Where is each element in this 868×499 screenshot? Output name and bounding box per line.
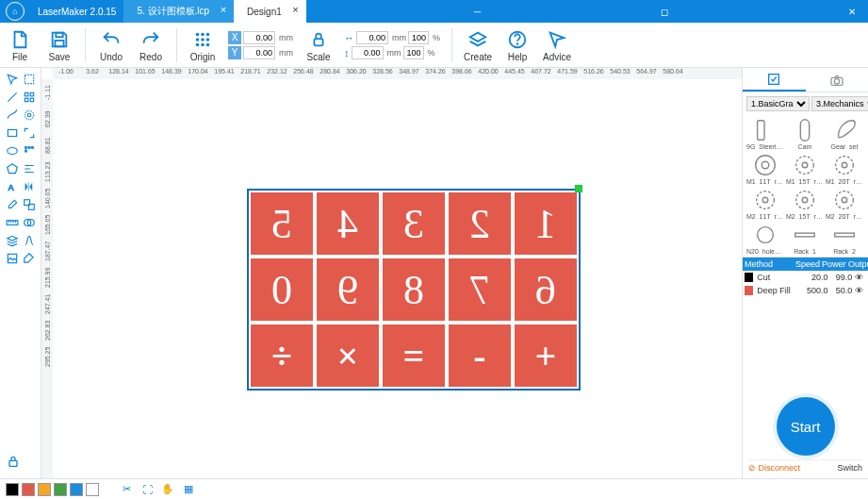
library-item[interactable]: 9G_Steering... (746, 117, 784, 150)
expand-icon[interactable] (22, 125, 37, 141)
grid-icon[interactable] (22, 90, 37, 105)
pen-icon[interactable] (22, 251, 37, 266)
library-item[interactable]: M2_15T_rou... (786, 187, 824, 220)
lock-icon[interactable] (6, 454, 21, 469)
library-tab[interactable] (743, 68, 806, 91)
line-icon[interactable] (5, 90, 20, 105)
camera-tab[interactable] (806, 68, 869, 91)
eraser-icon[interactable] (5, 197, 20, 212)
rect-icon[interactable] (5, 125, 20, 141)
tile[interactable]: 3 (383, 192, 445, 255)
library-item[interactable]: M2_11T_rou... (746, 187, 784, 220)
color-swatch[interactable] (54, 483, 67, 496)
save-button[interactable]: Save (45, 28, 74, 62)
crop-icon[interactable]: ✂ (118, 481, 135, 498)
minimize-button[interactable]: ─ (462, 0, 494, 23)
disconnect-button[interactable]: ⊘ Disconnect (748, 463, 800, 473)
group-icon[interactable] (22, 197, 37, 212)
undo-button[interactable]: Undo (97, 28, 125, 62)
select-icon[interactable] (5, 72, 20, 87)
mirror-icon[interactable] (22, 179, 37, 194)
zoom-fit-icon[interactable]: ⛶ (139, 481, 156, 498)
marquee-icon[interactable] (22, 72, 37, 87)
category-2-select[interactable]: 3.Mechanics (811, 96, 868, 111)
tile[interactable]: 1 (515, 192, 577, 255)
svg-point-22 (7, 148, 17, 155)
polygon-icon[interactable] (5, 161, 20, 176)
image-icon[interactable] (5, 251, 20, 266)
y-input[interactable] (243, 46, 275, 59)
library-item[interactable]: M1_15T_rou... (786, 152, 824, 185)
switch-button[interactable]: Switch (837, 463, 862, 473)
layer-row[interactable]: Deep Fill500.050.0👁 (743, 284, 868, 297)
tile[interactable]: 7 (449, 258, 511, 321)
tile[interactable]: ÷ (251, 324, 313, 387)
tile[interactable]: 0 (251, 258, 313, 321)
maximize-button[interactable]: ◻ (648, 0, 680, 23)
tab-template[interactable]: 5. 设计图模板.lcp × (123, 0, 234, 23)
target-icon[interactable] (22, 108, 37, 123)
tile[interactable]: 5 (251, 192, 313, 255)
color-swatch[interactable] (86, 483, 99, 496)
trace-icon[interactable] (22, 233, 37, 248)
canvas-area[interactable]: -1.063.62128.14101.65148.39170.04195.412… (41, 68, 742, 478)
redo-button[interactable]: Redo (137, 28, 165, 62)
tile[interactable]: 8 (383, 258, 445, 321)
origin-button[interactable]: Origin (188, 28, 217, 62)
tile[interactable]: 2 (449, 192, 511, 255)
align-icon[interactable] (22, 161, 37, 176)
advice-button[interactable]: Advice (543, 28, 571, 62)
number-grid[interactable]: 5432109876÷×=-+ (247, 189, 581, 391)
library-item[interactable]: N20_hole_p... (746, 222, 784, 255)
svg-point-7 (206, 38, 210, 42)
left-toolstrip: A (0, 68, 41, 478)
tile[interactable]: - (449, 324, 511, 387)
selection-handle[interactable] (575, 185, 582, 192)
tile[interactable]: 4 (317, 192, 379, 255)
tile[interactable]: + (515, 324, 577, 387)
library-item[interactable]: Rack_2 (826, 222, 863, 255)
color-swatch[interactable] (6, 483, 19, 496)
hand-icon[interactable]: ✋ (159, 481, 176, 498)
library-item[interactable]: Gear_set (826, 117, 863, 150)
tile[interactable]: 6 (515, 258, 577, 321)
ruler-icon[interactable] (5, 215, 20, 230)
layers-icon[interactable] (5, 233, 20, 248)
svg-point-38 (834, 78, 839, 83)
create-button[interactable]: Create (464, 28, 492, 62)
tab-design1[interactable]: Design1 × (234, 0, 306, 23)
combine-icon[interactable] (22, 215, 37, 230)
color-swatch[interactable] (70, 483, 83, 496)
close-icon[interactable]: × (221, 4, 226, 15)
hp-input[interactable] (403, 46, 424, 59)
grid-toggle-icon[interactable]: ▦ (180, 481, 197, 498)
tile[interactable]: 9 (317, 258, 379, 321)
wp-input[interactable] (408, 31, 429, 44)
library-item[interactable]: M1_20T_rou... (826, 152, 863, 185)
bottom-bar: ✂ ⛶ ✋ ▦ (0, 478, 868, 499)
array-icon[interactable] (22, 143, 37, 158)
horizontal-ruler: -1.063.62128.14101.65148.39170.04195.412… (53, 68, 742, 79)
text-icon[interactable]: A (5, 179, 20, 194)
tile[interactable]: × (317, 324, 379, 387)
category-1-select[interactable]: 1.BasicGra (746, 96, 810, 111)
close-button[interactable]: ✕ (836, 0, 868, 23)
tile[interactable]: = (383, 324, 445, 387)
library-item[interactable]: M1_11T_rou... (746, 152, 784, 185)
file-button[interactable]: File (6, 28, 34, 62)
color-swatch[interactable] (38, 483, 51, 496)
layer-row[interactable]: Cut20.099.0👁 (743, 271, 868, 284)
help-button[interactable]: Help (503, 28, 532, 62)
library-item[interactable]: M2_20T_rou... (826, 187, 863, 220)
h-input[interactable] (352, 46, 384, 59)
close-icon[interactable]: × (292, 4, 298, 15)
ellipse-icon[interactable] (5, 143, 20, 158)
color-swatch[interactable] (22, 483, 35, 496)
curve-icon[interactable] (5, 108, 20, 123)
library-item[interactable]: Rack_1 (786, 222, 824, 255)
scale-button[interactable]: Scale (304, 28, 333, 62)
start-button[interactable]: Start (777, 397, 835, 456)
w-input[interactable] (356, 31, 388, 44)
library-item[interactable]: Cam (786, 117, 824, 150)
x-input[interactable] (243, 31, 275, 44)
